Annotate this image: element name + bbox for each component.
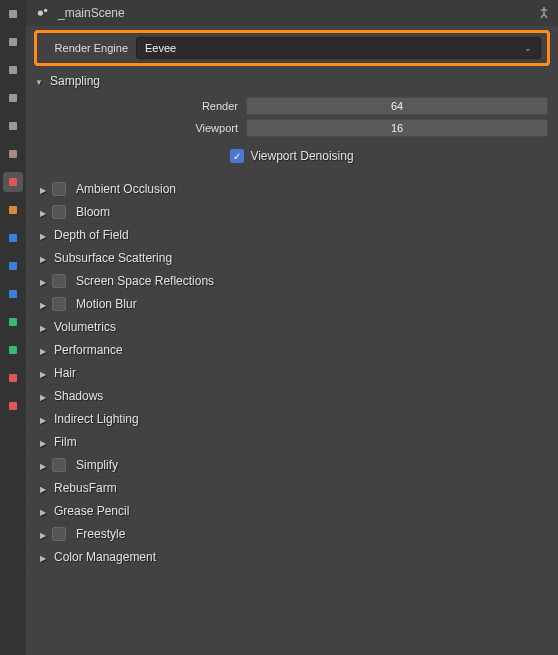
panel-label: Depth of Field — [54, 228, 129, 242]
panel-header[interactable]: Hair — [30, 362, 554, 384]
panel-checkbox[interactable] — [52, 458, 66, 472]
panel-checkbox[interactable] — [52, 297, 66, 311]
texture-icon[interactable] — [3, 396, 23, 416]
panel-header[interactable]: Simplify — [30, 454, 554, 476]
panel-checkbox[interactable] — [52, 274, 66, 288]
panel-header[interactable]: Color Management — [30, 546, 554, 568]
svg-rect-2 — [9, 66, 17, 74]
panel-row: Grease Pencil — [30, 500, 554, 523]
render-samples-input[interactable]: 64 — [246, 97, 548, 115]
render-engine-highlight: Render Engine Eevee ⌄ — [34, 30, 550, 66]
sampling-title: Sampling — [50, 74, 100, 88]
panel-row: Shadows — [30, 385, 554, 408]
caret-right-icon — [36, 184, 50, 195]
particle-icon[interactable] — [3, 256, 23, 276]
svg-rect-5 — [9, 150, 17, 158]
caret-right-icon — [36, 368, 50, 379]
scene-name: _mainScene — [58, 6, 528, 20]
scene-icon — [36, 6, 50, 20]
panel-checkbox[interactable] — [52, 205, 66, 219]
sampling-header[interactable]: Sampling — [26, 70, 558, 92]
caret-right-icon — [36, 345, 50, 356]
caret-right-icon — [36, 230, 50, 241]
panel-header[interactable]: Indirect Lighting — [30, 408, 554, 430]
physics-icon[interactable] — [3, 284, 23, 304]
svg-rect-4 — [9, 122, 17, 130]
svg-rect-12 — [9, 346, 17, 354]
panel-header[interactable]: Film — [30, 431, 554, 453]
panel-row: Performance — [30, 339, 554, 362]
caret-right-icon — [36, 437, 50, 448]
panel-checkbox[interactable] — [52, 182, 66, 196]
panel-header[interactable]: Performance — [30, 339, 554, 361]
render-icon[interactable] — [3, 60, 23, 80]
constraint-icon[interactable] — [3, 312, 23, 332]
output-icon[interactable] — [3, 88, 23, 108]
panel-header[interactable]: Freestyle — [30, 523, 554, 545]
panel-header[interactable]: Bloom — [30, 201, 554, 223]
viewport-samples-input[interactable]: 16 — [246, 119, 548, 137]
panel-label: Color Management — [54, 550, 156, 564]
panel-header[interactable]: Shadows — [30, 385, 554, 407]
scene-icon[interactable] — [3, 144, 23, 164]
panel-label: Freestyle — [76, 527, 125, 541]
caret-right-icon — [36, 253, 50, 264]
header-bar: _mainScene — [26, 0, 558, 26]
svg-point-15 — [38, 10, 43, 15]
panel-label: Screen Space Reflections — [76, 274, 214, 288]
panel-label: Grease Pencil — [54, 504, 129, 518]
panel-row: Ambient Occlusion — [30, 178, 554, 201]
panel-header[interactable]: RebusFarm — [30, 477, 554, 499]
caret-right-icon — [36, 506, 50, 517]
panel-label: Ambient Occlusion — [76, 182, 176, 196]
data-icon[interactable] — [3, 340, 23, 360]
panel-row: Color Management — [30, 546, 554, 569]
world-icon[interactable] — [3, 172, 23, 192]
pin-icon[interactable] — [536, 5, 552, 21]
options-icon[interactable] — [3, 4, 23, 24]
svg-rect-6 — [9, 178, 17, 186]
svg-rect-1 — [9, 38, 17, 46]
material-icon[interactable] — [3, 368, 23, 388]
panel-checkbox[interactable] — [52, 527, 66, 541]
caret-right-icon — [36, 322, 50, 333]
tool-icon[interactable] — [3, 32, 23, 52]
panel-row: Depth of Field — [30, 224, 554, 247]
panel-label: Performance — [54, 343, 123, 357]
svg-rect-10 — [9, 290, 17, 298]
panel-row: RebusFarm — [30, 477, 554, 500]
caret-right-icon — [36, 207, 50, 218]
panel-header[interactable]: Ambient Occlusion — [30, 178, 554, 200]
caret-right-icon — [36, 552, 50, 563]
panel-label: Indirect Lighting — [54, 412, 139, 426]
svg-rect-7 — [9, 206, 17, 214]
panel-label: Bloom — [76, 205, 110, 219]
modifier-icon[interactable] — [3, 228, 23, 248]
viewport-denoising-checkbox[interactable]: ✓ — [230, 149, 244, 163]
panel-label: Shadows — [54, 389, 103, 403]
caret-right-icon — [36, 529, 50, 540]
panel-header[interactable]: Motion Blur — [30, 293, 554, 315]
panel-header[interactable]: Depth of Field — [30, 224, 554, 246]
render-samples-label: Render — [36, 100, 246, 112]
caret-right-icon — [36, 483, 50, 494]
svg-rect-9 — [9, 262, 17, 270]
caret-right-icon — [36, 299, 50, 310]
panel-header[interactable]: Screen Space Reflections — [30, 270, 554, 292]
viewport-denoising-label: Viewport Denoising — [250, 149, 353, 163]
viewport-denoising-row: ✓ Viewport Denoising — [36, 144, 548, 168]
render-engine-select[interactable]: Eevee ⌄ — [136, 37, 541, 59]
object-icon[interactable] — [3, 200, 23, 220]
panel-header[interactable]: Subsurface Scattering — [30, 247, 554, 269]
panel-label: Subsurface Scattering — [54, 251, 172, 265]
viewlayer-icon[interactable] — [3, 116, 23, 136]
vertical-tab-bar — [0, 0, 26, 655]
viewport-samples-label: Viewport — [36, 122, 246, 134]
render-samples-row: Render 64 — [36, 96, 548, 116]
panel-header[interactable]: Grease Pencil — [30, 500, 554, 522]
svg-rect-13 — [9, 374, 17, 382]
render-engine-label: Render Engine — [43, 42, 128, 54]
panel-row: Bloom — [30, 201, 554, 224]
viewport-samples-row: Viewport 16 — [36, 118, 548, 138]
panel-header[interactable]: Volumetrics — [30, 316, 554, 338]
